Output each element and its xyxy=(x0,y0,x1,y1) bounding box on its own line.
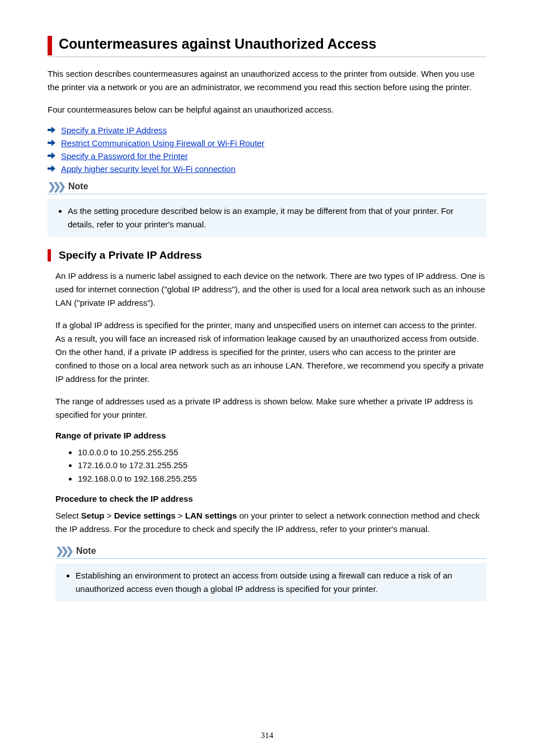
range-heading: Range of private IP address xyxy=(55,431,486,440)
chevron-right-icon: ❯❯❯ xyxy=(48,180,63,193)
note-text: Establishing an environment to protect a… xyxy=(76,569,479,596)
note-label: Note xyxy=(76,546,96,556)
intro-paragraph-1: This section describes countermeasures a… xyxy=(48,67,486,94)
list-item: 192.168.0.0 to 192.168.255.255 xyxy=(78,472,486,485)
ip-range-list: 10.0.0.0 to 10.255.255.255 172.16.0.0 to… xyxy=(55,446,486,485)
note-header: ❯❯❯ Note xyxy=(55,545,486,559)
procedure-heading: Procedure to check the IP address xyxy=(55,494,486,503)
note-label: Note xyxy=(68,181,88,192)
list-item: 172.16.0.0 to 172.31.255.255 xyxy=(78,459,486,472)
list-item: 10.0.0.0 to 10.255.255.255 xyxy=(78,446,486,459)
bold-device-settings: Device settings xyxy=(114,511,176,520)
title-divider xyxy=(48,57,486,57)
page-container: Countermeasures against Unauthorized Acc… xyxy=(0,0,534,756)
list-item: Specify a Private IP Address xyxy=(48,125,486,135)
bold-setup: Setup xyxy=(81,511,105,520)
chevron-right-icon: ❯❯❯ xyxy=(55,545,71,557)
section-heading: Specify a Private IP Address xyxy=(59,249,202,261)
link-higher-security[interactable]: Apply higher security level for Wi-Fi co… xyxy=(61,164,236,174)
bold-lan-settings: LAN settings xyxy=(185,511,237,520)
page-title-block: Countermeasures against Unauthorized Acc… xyxy=(48,36,486,55)
section-paragraph: An IP address is a numeric label assigne… xyxy=(55,269,486,310)
countermeasure-link-list: Specify a Private IP Address Restrict Co… xyxy=(48,125,486,174)
intro-paragraph-2: Four countermeasures below can be helpfu… xyxy=(48,103,486,116)
arrow-right-icon xyxy=(48,125,57,135)
note-body: As the setting procedure described below… xyxy=(48,199,486,237)
note-body: Establishing an environment to protect a… xyxy=(55,563,486,601)
list-item: Specify a Password for the Printer xyxy=(48,151,486,161)
page-number: 314 xyxy=(0,731,534,740)
note-header: ❯❯❯ Note xyxy=(48,180,486,194)
text-fragment: > xyxy=(176,511,185,520)
link-restrict-firewall[interactable]: Restrict Communication Using Firewall or… xyxy=(61,138,264,148)
arrow-right-icon xyxy=(48,138,57,148)
section-paragraph: The range of addresses used as a private… xyxy=(55,395,486,422)
text-fragment: > xyxy=(105,511,114,520)
page-title: Countermeasures against Unauthorized Acc… xyxy=(59,36,376,52)
list-item: Restrict Communication Using Firewall or… xyxy=(48,138,486,148)
text-fragment: Select xyxy=(55,511,81,520)
section-heading-block: Specify a Private IP Address xyxy=(48,249,486,262)
section-paragraph: If a global IP address is specified for … xyxy=(55,319,486,386)
arrow-right-icon xyxy=(48,151,57,161)
arrow-right-icon xyxy=(48,164,57,174)
link-specify-password[interactable]: Specify a Password for the Printer xyxy=(61,151,188,161)
link-specify-private-ip[interactable]: Specify a Private IP Address xyxy=(61,125,167,135)
section-body: An IP address is a numeric label assigne… xyxy=(55,269,486,601)
list-item: Apply higher security level for Wi-Fi co… xyxy=(48,164,486,174)
note-text: As the setting procedure described below… xyxy=(68,204,479,231)
procedure-paragraph: Select Setup > Device settings > LAN set… xyxy=(55,509,486,536)
